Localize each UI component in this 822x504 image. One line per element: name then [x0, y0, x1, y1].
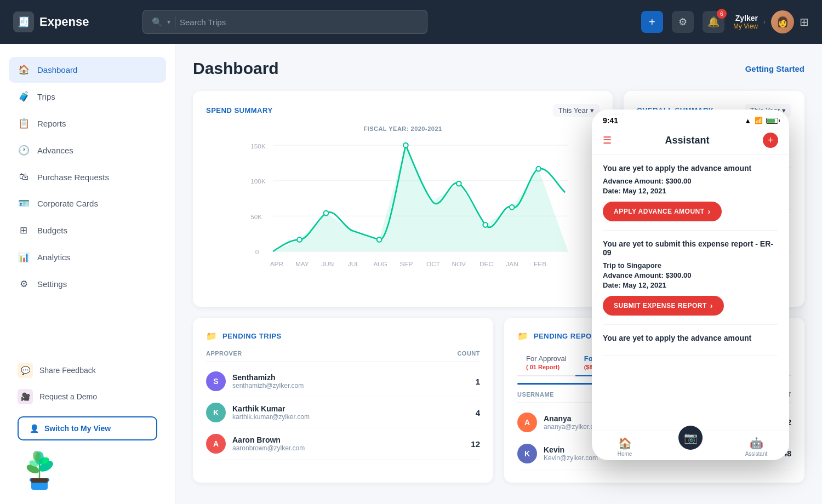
sidebar-item-purchase-requests[interactable]: 🛍 Purchase Requests: [9, 164, 166, 190]
approval-count: ( 01 Report): [526, 364, 560, 370]
sidebar-item-corporate-cards[interactable]: 🪪 Corporate Cards: [9, 191, 166, 216]
camera-button[interactable]: 📷: [678, 426, 703, 450]
feedback-icon: 💬: [18, 363, 33, 378]
notification-badge: 6: [717, 9, 727, 19]
footer-home-label: Home: [618, 451, 632, 457]
spend-summary-title: SPEND SUMMARY: [206, 106, 273, 114]
approver-avatar: K: [206, 403, 226, 422]
x-label-dec: DEC: [480, 260, 493, 268]
mobile-add-button[interactable]: +: [763, 133, 778, 148]
approver-col-header: APPROVER: [206, 350, 242, 357]
count-col-header: COUNT: [457, 350, 480, 357]
footer-assistant[interactable]: 🤖 Assistant: [723, 437, 789, 457]
approver-avatar: A: [206, 434, 226, 454]
user-avatar: K: [517, 444, 537, 463]
chart-dot-dec: [483, 222, 488, 227]
approver-email: karthik.kumar@zylker.com: [232, 413, 469, 421]
search-bar[interactable]: 🔍 ▾: [142, 10, 427, 34]
sidebar-item-label: Trips: [37, 92, 55, 101]
sidebar-item-advances[interactable]: 🕐 Advances: [9, 138, 166, 163]
grid-icon[interactable]: ⊞: [800, 15, 809, 28]
y-label-150k: 150K: [250, 142, 266, 150]
chart-dot-aug: [377, 237, 382, 242]
switch-view-button[interactable]: 👤 Switch to My View: [18, 416, 157, 440]
x-label-aug: AUG: [373, 260, 387, 268]
mobile-time: 9:41: [603, 116, 618, 125]
pending-trips-card: 📁 PENDING TRIPS APPROVER COUNT S Sentham…: [193, 318, 493, 483]
pending-trips-icon: 📁: [206, 331, 217, 341]
footer-home[interactable]: 🏠 Home: [592, 437, 658, 457]
budgets-icon: ⊞: [18, 225, 30, 236]
approver-avatar: S: [206, 371, 226, 391]
tab-approval[interactable]: For Approval ( 01 Report): [517, 350, 575, 375]
mobile-assistant-overlay: 9:41 ▲ 📶 ☰ Assistant + You are yet to ap…: [592, 110, 789, 460]
user-dropdown-icon: ›: [763, 18, 766, 26]
avatar: 👩: [771, 10, 794, 33]
battery-icon: [766, 118, 778, 124]
getting-started-button[interactable]: Getting Started: [745, 64, 804, 73]
sidebar-item-reports[interactable]: 📋 Reports: [9, 111, 166, 136]
plant-decoration: [9, 447, 166, 491]
fiscal-year-label: FISCAL YEAR: 2020-2021: [206, 125, 600, 132]
cards-icon: 🪪: [18, 198, 30, 209]
trips-icon: 🧳: [18, 91, 30, 102]
action-arrow-icon: ›: [710, 301, 713, 310]
signal-icon: 📶: [755, 117, 763, 124]
spend-summary-card: SPEND SUMMARY This Year ▾ FISCAL YEAR: 2…: [193, 91, 613, 307]
chevron-down-icon: ▾: [590, 106, 594, 114]
approver-email: senthamizh@zylker.com: [232, 382, 469, 390]
chart-dot-jun: [324, 211, 329, 216]
user-area[interactable]: Zylker My View › 👩 ⊞: [733, 10, 809, 33]
reports-icon: 📋: [18, 118, 30, 129]
table-row: K Karthik Kumar karthik.kumar@zylker.com…: [206, 397, 480, 428]
share-feedback-button[interactable]: 💬 Share Feedback: [9, 357, 166, 383]
settings-nav-icon: ⚙: [18, 278, 30, 290]
settings-button[interactable]: ⚙: [672, 11, 694, 33]
sidebar-item-dashboard[interactable]: 🏠 Dashboard: [9, 57, 166, 83]
advance-date-detail: Date: May 12, 2021: [603, 187, 778, 195]
switch-view-icon: 👤: [30, 424, 39, 433]
sidebar-item-analytics[interactable]: 📊 Analytics: [9, 244, 166, 270]
spend-year-selector[interactable]: This Year ▾: [553, 104, 600, 117]
trip-count: 12: [471, 439, 480, 449]
notifications-button[interactable]: 🔔 6: [703, 11, 724, 33]
approver-name: Aaron Brown: [232, 436, 464, 444]
mobile-menu-icon[interactable]: ☰: [603, 134, 612, 146]
request-demo-label: Request a Demo: [39, 392, 97, 401]
mobile-footer: 🏠 Home 📷 🤖 Assistant: [592, 431, 789, 460]
request-demo-button[interactable]: 🎥 Request a Demo: [9, 383, 166, 410]
x-label-jan: JAN: [506, 260, 518, 268]
footer-camera[interactable]: 📷: [658, 437, 723, 457]
mobile-header: ☰ Assistant +: [592, 128, 789, 155]
svg-rect-2: [31, 478, 48, 483]
apply-advance-button[interactable]: APPLY ADVANCE AMOUNT ›: [603, 202, 722, 221]
x-label-oct: OCT: [426, 260, 440, 268]
submit-expense-report-button[interactable]: SUBMIT EXPENSE REPORT ›: [603, 296, 724, 316]
advance-amount-detail: Advance Amount: $300.00: [603, 177, 778, 185]
pending-trips-table-header: APPROVER COUNT: [206, 350, 480, 362]
advances-icon: 🕐: [18, 145, 30, 156]
home-icon: 🏠: [618, 437, 632, 450]
top-navigation: 🧾 Expense 🔍 ▾ + ⚙ 🔔 6 Zylker My View › 👩: [0, 0, 822, 44]
search-icon: 🔍: [152, 17, 163, 27]
search-divider: [175, 16, 175, 27]
approver-name: Senthamizh: [232, 373, 469, 382]
user-name: Zylker: [733, 14, 758, 22]
sidebar-item-budgets[interactable]: ⊞ Budgets: [9, 217, 166, 243]
purchase-icon: 🛍: [18, 171, 30, 182]
expense-report-notification-title: You are yet to submit this expense repor…: [603, 239, 778, 257]
sidebar-item-settings[interactable]: ⚙ Settings: [9, 271, 166, 297]
mobile-status-icons: ▲ 📶: [744, 117, 778, 125]
sidebar-item-label: Budgets: [37, 226, 67, 235]
search-dropdown-icon[interactable]: ▾: [167, 18, 170, 26]
x-label-jul: JUL: [348, 260, 359, 268]
sidebar-item-trips[interactable]: 🧳 Trips: [9, 84, 166, 110]
bell-icon: 🔔: [707, 16, 720, 28]
add-button[interactable]: +: [641, 11, 663, 33]
spend-chart-svg: 150K 100K 50K 0: [206, 136, 600, 290]
search-input[interactable]: [180, 18, 418, 27]
plant-illustration: [18, 450, 61, 491]
app-logo-icon: 🧾: [13, 12, 34, 32]
expense-advance-amount: Advance Amount: $300.00: [603, 271, 778, 279]
x-label-apr: APR: [270, 260, 283, 268]
